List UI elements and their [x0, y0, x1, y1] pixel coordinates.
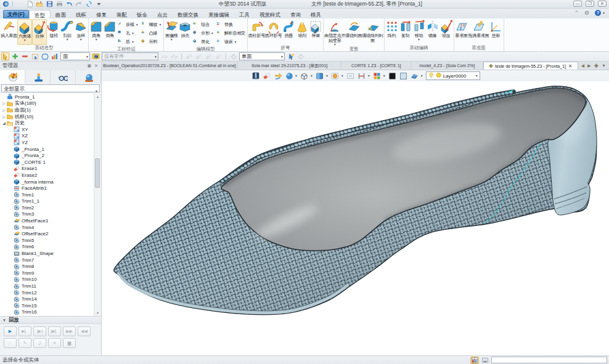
remove-selection-icon[interactable] — [21, 52, 29, 60]
menu-tab-工具[interactable]: 工具 — [234, 10, 255, 18]
chevron-down-icon[interactable]: ▼ — [325, 74, 329, 78]
align-3-icon[interactable] — [205, 52, 213, 60]
section-view-icon[interactable] — [358, 72, 366, 80]
filter-list-icon[interactable] — [51, 52, 59, 60]
collapse-ribbon-icon[interactable]: ⌃ — [574, 10, 579, 16]
manager-tab-visual[interactable] — [51, 70, 76, 84]
align-1-icon[interactable] — [185, 52, 193, 60]
menu-tab-模具[interactable]: 模具 — [306, 10, 326, 18]
tree-item-Blank1_Shape[interactable]: Blank1_Shape — [0, 250, 94, 257]
tree-item-OffsetFace2[interactable]: OffsetFace2 — [0, 230, 94, 237]
chevron-down-icon[interactable]: ▼ — [341, 74, 344, 78]
tree-item-Trim7[interactable]: Trim7 — [0, 257, 94, 264]
tree-item-Trim8[interactable]: Trim8 — [0, 263, 94, 270]
play-to-breakpoint-button[interactable]: (▶) — [33, 326, 46, 336]
entity-filter-combo[interactable]: 面▼ — [60, 52, 90, 60]
ribbon-button-圆柱折弯[interactable]: 圆柱折弯 — [248, 19, 265, 45]
play-button[interactable]: ▶ — [4, 326, 17, 336]
ribbon-button-伸展[interactable]: 伸展 — [309, 19, 322, 45]
pick-cursor-icon[interactable] — [1, 52, 9, 60]
tab-next-icon[interactable]: ▶ — [587, 63, 591, 68]
polygon-select-icon[interactable] — [41, 52, 49, 60]
playback-header[interactable]: ▼回放 — [0, 316, 101, 324]
zoom-window-icon[interactable] — [346, 72, 355, 80]
pick-mode-combo[interactable]: 单面▼ — [239, 52, 285, 60]
menu-tab-钣金[interactable]: 钣金 — [132, 10, 152, 18]
curve-tool-button[interactable]: ☄ — [4, 338, 17, 348]
highlight-color-icon[interactable] — [399, 72, 408, 80]
document-tab-4[interactable]: model_4.Z3 - [Sola Com 2%] — [411, 62, 483, 70]
app-logo-icon[interactable] — [2, 1, 9, 7]
window-select-icon[interactable] — [31, 52, 39, 60]
scope-combo[interactable]: 仅有零件▼ — [102, 52, 158, 60]
tree-item-Trim5[interactable]: Trim5 — [0, 237, 94, 244]
pick-options-icon[interactable] — [229, 52, 237, 60]
unlink-icon[interactable] — [170, 52, 178, 60]
tree-item-Trim16[interactable]: Trim16 — [0, 309, 94, 316]
menu-tab-数据交换[interactable]: 数据交换 — [173, 10, 203, 18]
new-file-icon[interactable] — [16, 1, 23, 7]
menu-tab-装配[interactable]: 装配 — [112, 10, 132, 18]
menu-tab-直接编辑[interactable]: 直接编辑 — [203, 10, 234, 18]
tree-filter-dropdown[interactable]: 全部显示▼ — [1, 84, 100, 92]
ribbon-button-旋转[interactable]: 旋转 — [47, 19, 60, 45]
block-tool-button[interactable]: ▆ — [63, 338, 76, 348]
print-icon[interactable] — [46, 1, 53, 7]
chevron-down-icon[interactable]: ▼ — [367, 74, 370, 78]
tree-item-Trim12[interactable]: Trim12 — [0, 289, 94, 296]
ribbon-button-替换[interactable]: 替换 — [215, 20, 247, 29]
tab-close-icon[interactable]: ✕ — [568, 63, 573, 69]
send-view-icon[interactable] — [274, 72, 282, 80]
rewind-button[interactable]: ◀◀ — [78, 326, 91, 336]
document-tab-1[interactable]: Boolean_Operation20130726.Z3 - [BOOLEAN … — [102, 62, 238, 70]
undo-icon[interactable] — [55, 1, 63, 7]
step-forward-button[interactable]: ▶▏ — [18, 326, 31, 336]
tree-item-Trim3[interactable]: Trim3 — [0, 211, 94, 218]
tree-item-Erase1[interactable]: Erase1 — [0, 166, 94, 172]
tree-item-Trim6[interactable]: Trim6 — [0, 244, 94, 251]
menu-tab-查询[interactable]: 查询 — [285, 10, 306, 18]
ribbon-button-分割[interactable]: 分割▼ — [192, 29, 215, 38]
tree-item-_Pronta_2[interactable]: _Pronta_2 — [0, 152, 94, 159]
ribbon-button-孔[interactable]: 孔▼ — [116, 29, 140, 38]
ribbon-button-缩放[interactable]: 缩放 — [439, 19, 453, 45]
tree-item-历史[interactable]: ◢历史 — [0, 119, 94, 126]
menu-tab-曲面[interactable]: 曲面 — [51, 10, 71, 18]
manager-tab-render[interactable] — [76, 70, 101, 84]
help-icon[interactable]: ?▼ — [595, 10, 605, 16]
background-color-icon[interactable] — [388, 72, 397, 80]
tree-item-YZ[interactable]: YZ — [0, 139, 94, 146]
close-button[interactable]: ✕ — [598, 1, 607, 7]
ribbon-button-简化[interactable]: 简化 — [192, 38, 215, 46]
redo-icon[interactable] — [65, 1, 73, 7]
align-2-icon[interactable] — [195, 52, 203, 60]
restore-button[interactable]: ❐ — [586, 1, 594, 7]
tree-item-Trim11[interactable]: Trim11 — [0, 283, 94, 289]
step-to-breakpoint-button[interactable]: (▶▏ — [48, 326, 61, 336]
qat-dropdown-icon[interactable] — [85, 1, 92, 7]
link-icon[interactable] — [160, 52, 168, 60]
ribbon-button-镜像[interactable]: 镜像 — [426, 19, 439, 45]
tree-item-_forma interna[interactable]: _forma interna — [0, 179, 94, 185]
align-4-icon[interactable] — [215, 52, 223, 60]
document-tab-2[interactable]: Sola max steel 29-21075.Z3 - [草图001] — [238, 62, 341, 70]
tab-add-icon[interactable]: ✚ — [594, 63, 599, 69]
tree-item-_CORTE 1[interactable]: _CORTE 1 — [0, 159, 94, 166]
ribbon-button-螺纹[interactable]: 螺纹▼ — [140, 20, 163, 29]
ribbon-button-解析自相交[interactable]: 解析自相交 — [215, 29, 247, 38]
wireframe-display-icon[interactable] — [300, 72, 309, 80]
tree-item-Trim14[interactable]: Trim14 — [0, 296, 94, 302]
tree-item-_Pronta_1[interactable]: _Pronta_1 — [0, 146, 94, 153]
ribbon-button-拖拽基准面[interactable]: 拖拽基准面 — [468, 19, 489, 45]
add-selection-icon[interactable] — [11, 52, 19, 60]
shaded-display-icon[interactable] — [285, 72, 293, 80]
menu-tab-点云[interactable]: 点云 — [152, 10, 173, 18]
color-mode-icon[interactable] — [373, 72, 382, 80]
ribbon-button-移动[interactable]: 移动▼ — [412, 19, 426, 45]
ribbon-button-坐标[interactable]: 坐标 — [489, 19, 503, 45]
ribbon-button-缠绕阵列到面[interactable]: 缠绕阵列到 面 — [362, 19, 383, 46]
tree-item-XY[interactable]: XY — [0, 126, 94, 133]
tree-item-Trim1_1[interactable]: Trim1_1 — [0, 198, 94, 205]
ribbon-button-拉伸[interactable]: 拉伸 — [32, 19, 47, 45]
tree-item-FaceAttrib1[interactable]: FaceAttrib1 — [0, 185, 94, 192]
